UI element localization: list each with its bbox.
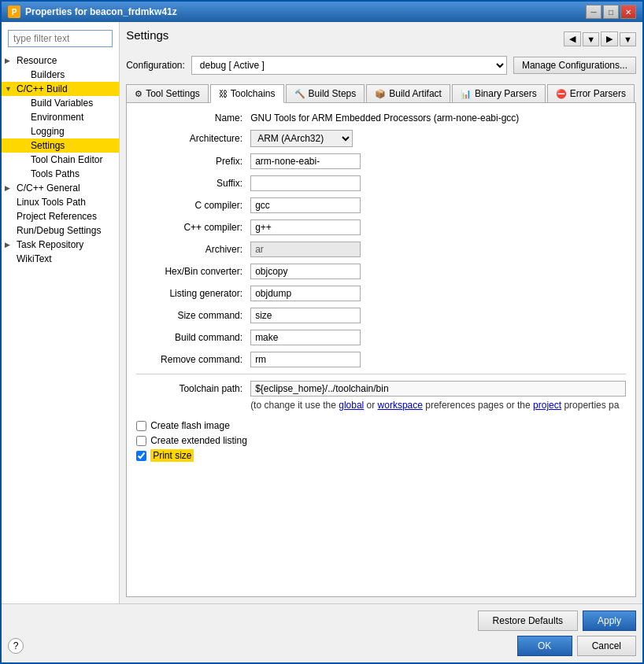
project-link[interactable]: project — [533, 400, 561, 411]
prefix-input[interactable] — [250, 153, 361, 169]
panel-title: Settings — [126, 28, 168, 42]
architecture-select[interactable]: ARM (AArch32) — [250, 130, 353, 147]
tree-item-label: Task Repository — [17, 239, 83, 250]
restore-defaults-button[interactable]: Restore Defaults — [478, 611, 578, 631]
size-row: Size command: — [136, 308, 626, 323]
tree-item-resource[interactable]: ▶ Resource — [2, 53, 119, 68]
archiver-label: Archiver: — [136, 244, 250, 255]
tree-item-environment[interactable]: Environment — [2, 110, 119, 124]
tree-item-label: Linux Tools Path — [17, 197, 86, 208]
path-help-preferences: preferences pages or the — [423, 400, 533, 411]
content-area: ▶ Resource Builders ▼ C/C++ Build Build … — [2, 22, 642, 603]
tree-item-label: WikiText — [17, 253, 52, 264]
architecture-row: Architecture: ARM (AArch32) — [136, 130, 626, 147]
c-compiler-input[interactable] — [250, 197, 361, 213]
help-button[interactable]: ? — [8, 638, 24, 654]
tab-label: Build Artifact — [389, 88, 442, 99]
arrow-icon: ▶ — [5, 184, 13, 192]
error-parsers-icon: ⛔ — [556, 89, 567, 99]
archiver-input[interactable] — [250, 242, 361, 257]
build-input[interactable] — [250, 330, 361, 345]
print-size-highlight: Print size — [150, 449, 194, 462]
c-compiler-row: C compiler: — [136, 197, 626, 213]
tree-item-project-references[interactable]: Project References — [2, 209, 119, 223]
apply-button[interactable]: Apply — [583, 611, 636, 631]
hexbin-label: Hex/Bin converter: — [136, 266, 250, 277]
tree-item-label: Builders — [31, 69, 65, 80]
configuration-label: Configuration: — [126, 60, 185, 71]
nav-forward-button[interactable]: ▶ — [601, 31, 618, 46]
tree-item-label: Build Variables — [31, 98, 93, 109]
tree-item-tools-paths[interactable]: Tools Paths — [2, 167, 119, 181]
workspace-link[interactable]: workspace — [378, 400, 423, 411]
maximize-button[interactable]: □ — [603, 5, 619, 19]
toolchain-path-input[interactable] — [250, 381, 626, 397]
suffix-input[interactable] — [250, 175, 361, 191]
tree-item-label: Project References — [17, 211, 97, 222]
tree-item-label: Tools Paths — [31, 168, 80, 179]
configuration-row: Configuration: debug [ Active ] Manage C… — [126, 56, 636, 75]
build-artifact-icon: 📦 — [375, 89, 386, 99]
tree-item-task-repository[interactable]: ▶ Task Repository — [2, 238, 119, 252]
tab-build-artifact[interactable]: 📦 Build Artifact — [366, 84, 450, 102]
cpp-compiler-label: C++ compiler: — [136, 222, 250, 233]
title-bar: P Properties for beacon_frdmkw41z ─ □ ✕ — [2, 2, 642, 22]
nav-back-dropdown[interactable]: ▼ — [583, 32, 599, 46]
size-input[interactable] — [250, 308, 361, 323]
tab-label: Toolchains — [231, 88, 276, 99]
tab-tool-settings[interactable]: ⚙ Tool Settings — [126, 84, 209, 102]
tree-item-label: C/C++ Build — [17, 83, 68, 94]
remove-input[interactable] — [250, 352, 361, 367]
tree-item-build-variables[interactable]: Build Variables — [2, 96, 119, 110]
configuration-select[interactable]: debug [ Active ] — [191, 56, 507, 75]
cpp-compiler-input[interactable] — [250, 219, 361, 235]
print-size-checkbox[interactable] — [136, 451, 146, 461]
tree-item-linux-tools-path[interactable]: Linux Tools Path — [2, 195, 119, 209]
create-flash-image-label: Create flash image — [150, 420, 230, 431]
tree-item-run-debug-settings[interactable]: Run/Debug Settings — [2, 223, 119, 238]
listing-label: Listing generator: — [136, 288, 250, 299]
arrow-icon: ▶ — [5, 57, 13, 65]
close-button[interactable]: ✕ — [620, 5, 636, 19]
main-window: P Properties for beacon_frdmkw41z ─ □ ✕ … — [0, 0, 644, 664]
left-panel: ▶ Resource Builders ▼ C/C++ Build Build … — [2, 22, 120, 603]
hexbin-input[interactable] — [250, 264, 361, 279]
tree-item-label: Tool Chain Editor — [31, 154, 102, 165]
tree-item-settings[interactable]: Settings — [2, 138, 119, 153]
bottom-row2: ? OK Cancel — [8, 636, 636, 656]
create-extended-listing-checkbox[interactable] — [136, 436, 146, 446]
arrow-icon: ▶ — [5, 241, 13, 249]
manage-configurations-button[interactable]: Manage Configurations... — [513, 57, 636, 74]
title-bar-left: P Properties for beacon_frdmkw41z — [8, 6, 177, 18]
architecture-select-row: ARM (AArch32) — [250, 130, 353, 147]
tree-item-cc-general[interactable]: ▶ C/C++ General — [2, 181, 119, 195]
tree-item-wikitext[interactable]: WikiText — [2, 252, 119, 266]
ok-button[interactable]: OK — [517, 636, 572, 656]
settings-content: Name: GNU Tools for ARM Embedded Process… — [126, 103, 636, 597]
tab-toolchains[interactable]: ⛓ Toolchains — [210, 84, 284, 103]
toolchain-path-row: Toolchain path: — [136, 381, 626, 397]
minimize-button[interactable]: ─ — [586, 5, 601, 19]
tree-item-label: Resource — [17, 55, 57, 66]
tree-item-cc-build[interactable]: ▼ C/C++ Build — [2, 82, 119, 96]
global-link[interactable]: global — [339, 400, 364, 411]
tool-settings-icon: ⚙ — [135, 89, 142, 99]
tab-binary-parsers[interactable]: 📊 Binary Parsers — [452, 84, 546, 102]
create-flash-image-checkbox[interactable] — [136, 421, 146, 431]
create-flash-image-row: Create flash image — [136, 420, 626, 431]
nav-back-button[interactable]: ◀ — [564, 31, 581, 46]
window-title: Properties for beacon_frdmkw41z — [25, 6, 177, 17]
listing-input[interactable] — [250, 286, 361, 301]
tab-error-parsers[interactable]: ⛔ Error Parsers — [547, 84, 635, 102]
tree-item-toolchain-editor[interactable]: Tool Chain Editor — [2, 153, 119, 167]
tree-item-logging[interactable]: Logging — [2, 124, 119, 138]
tab-build-steps[interactable]: 🔨 Build Steps — [286, 84, 365, 102]
cancel-button[interactable]: Cancel — [577, 636, 636, 656]
hexbin-row: Hex/Bin converter: — [136, 264, 626, 279]
nav-forward-dropdown[interactable]: ▼ — [620, 32, 636, 46]
c-compiler-label: C compiler: — [136, 200, 250, 211]
name-row: Name: GNU Tools for ARM Embedded Process… — [136, 113, 626, 124]
tree-item-builders[interactable]: Builders — [2, 68, 119, 82]
filter-input[interactable] — [8, 30, 113, 47]
title-bar-buttons: ─ □ ✕ — [586, 5, 636, 19]
